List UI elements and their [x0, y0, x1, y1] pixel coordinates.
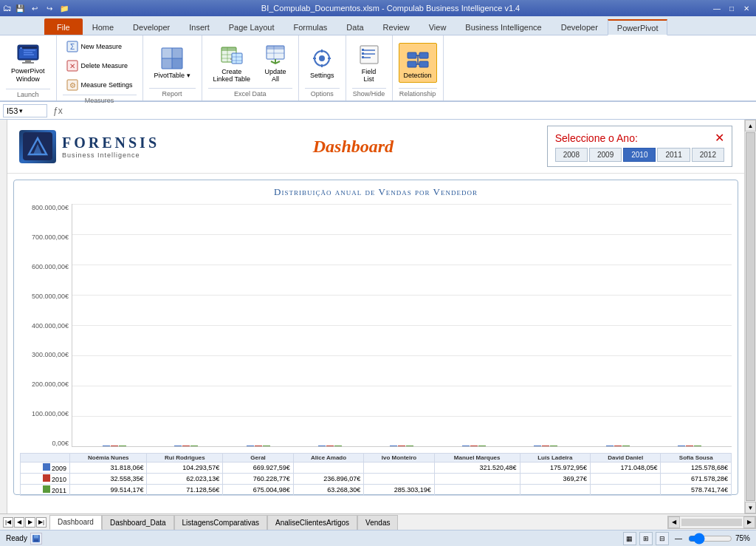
svg-rect-6	[24, 54, 34, 55]
page-break-view-btn[interactable]: ⊟	[656, 532, 669, 545]
ribbon-group-launch: PowerPivotWindow Launch	[0, 35, 57, 100]
insert-function-btn[interactable]: ƒx	[50, 106, 66, 116]
year-btn-2012[interactable]: 2012	[692, 148, 724, 162]
open-btn[interactable]: 📁	[58, 1, 71, 15]
sheet-tab-dashboard[interactable]: Dashboard	[49, 515, 102, 530]
svg-rect-53	[419, 61, 428, 67]
powerpivot-window-button[interactable]: PowerPivotWindow	[6, 38, 50, 87]
field-list-button[interactable]: FieldList	[352, 39, 386, 86]
tab-home[interactable]: Home	[83, 18, 123, 35]
bar-green-7	[622, 446, 630, 446]
scroll-down-btn[interactable]: ▼	[745, 502, 756, 513]
alice-header: Alice Amado	[293, 454, 363, 463]
redo-btn[interactable]: ↪	[43, 1, 56, 15]
formula-input[interactable]	[69, 104, 753, 117]
maximize-btn[interactable]: □	[725, 1, 738, 15]
rui-2010: 62.023,13€	[147, 474, 223, 485]
zoom-label: —	[675, 534, 682, 542]
status-text: Ready	[6, 534, 27, 542]
undo-btn[interactable]: ↩	[28, 1, 41, 15]
noemia-2010: 32.558,35€	[70, 474, 147, 485]
launch-group-label: Launch	[6, 89, 50, 98]
scroll-up-btn[interactable]: ▲	[745, 120, 756, 132]
tab-file[interactable]: File	[44, 18, 83, 35]
tab-page-layout[interactable]: Page Layout	[219, 18, 284, 35]
y-label-0: 0,00€	[52, 440, 69, 447]
scroll-thumb[interactable]	[746, 132, 755, 501]
year-btn-2011[interactable]: 2011	[657, 148, 690, 162]
spreadsheet-area: Forensis Business Intelligence Dashboard…	[7, 120, 744, 513]
bar-red-5	[470, 446, 478, 446]
cell-reference[interactable]: I53 ▾	[3, 104, 47, 117]
tab-developer[interactable]: Developer	[123, 18, 179, 35]
bar-red-2	[255, 446, 262, 446]
alice-2010: 236.896,07€	[293, 474, 363, 485]
geral-2010: 760.228,77€	[223, 474, 293, 485]
chart-data-table: Noémia Nunes Rui Rodrigues Geral Alice A…	[20, 450, 732, 496]
ivo-header: Ivo Monteiro	[364, 454, 434, 463]
year-btn-2009[interactable]: 2009	[589, 148, 622, 162]
zoom-slider[interactable]	[688, 533, 732, 545]
settings-button[interactable]: Settings	[305, 43, 340, 83]
new-measure-button[interactable]: Σ New Measure	[63, 38, 137, 55]
geral-header: Geral	[223, 454, 293, 463]
save-btn[interactable]: 💾	[13, 1, 27, 15]
geral-2011: 675.004,98€	[223, 485, 293, 496]
measure-settings-button[interactable]: ⚙ Measure Settings	[63, 77, 137, 93]
status-bar: Ready ▦ ⊞ ⊟ — 75%	[0, 530, 756, 546]
svg-rect-61	[34, 535, 38, 538]
sheet-tab-analise[interactable]: AnaliseClientesArtigos	[267, 515, 357, 530]
minimize-btn[interactable]: —	[710, 1, 724, 15]
create-linked-table-button[interactable]: CreateLinked Table	[208, 39, 255, 86]
tab-business-intelligence[interactable]: Business Intelligence	[456, 18, 551, 35]
detection-button[interactable]: Detection	[399, 43, 437, 83]
david-2010	[591, 474, 661, 485]
ribbon: PowerPivotWindow Launch Σ New Measure ✕ …	[0, 35, 756, 102]
svg-rect-8	[22, 62, 34, 64]
sheet-tab-dashboard-data[interactable]: Dashboard_Data	[102, 515, 174, 530]
tab-review[interactable]: Review	[374, 18, 419, 35]
page-layout-view-btn[interactable]: ⊞	[639, 532, 653, 545]
ribbon-group-show-hide: FieldList Show/Hide	[346, 35, 393, 100]
sheet-nav-last[interactable]: ▶|	[36, 517, 47, 528]
vertical-scrollbar[interactable]: ▲ ▼	[744, 120, 756, 513]
year-btn-2008[interactable]: 2008	[555, 148, 588, 162]
normal-view-btn[interactable]: ▦	[623, 532, 636, 545]
ivo-2011: 285.303,19€	[364, 485, 434, 496]
sheet-nav-prev[interactable]: ◀	[14, 517, 24, 528]
y-label-8: 800.000,00€	[32, 204, 69, 211]
delete-measure-button[interactable]: ✕ Delete Measure	[63, 58, 137, 74]
update-all-button[interactable]: UpdateAll	[258, 39, 292, 86]
bar-red-0	[111, 446, 118, 446]
sheet-tab-listagens[interactable]: ListagensComparativas	[174, 515, 268, 530]
horizontal-scrollbar[interactable]: ◀ ▶	[667, 516, 756, 529]
tab-view[interactable]: View	[419, 18, 456, 35]
tab-developer2[interactable]: Developer	[551, 18, 608, 35]
legend-2011: 2011	[21, 485, 70, 496]
noemia-2009: 31.818,06€	[70, 463, 147, 474]
manuel-2010	[434, 474, 520, 485]
ribbon-tab-bar: File Home Developer Insert Page Layout F…	[0, 16, 756, 35]
manuel-header: Manuel Marques	[434, 454, 520, 463]
tab-insert[interactable]: Insert	[179, 18, 219, 35]
bar-green-4	[406, 446, 413, 446]
tab-data[interactable]: Data	[337, 18, 373, 35]
year-btn-2010[interactable]: 2010	[623, 148, 656, 162]
scroll-left-btn[interactable]: ◀	[668, 516, 680, 528]
ribbon-group-excel-data: CreateLinked Table UpdateAll Excel Data	[202, 35, 299, 100]
close-btn[interactable]: ✕	[740, 1, 753, 15]
sheet-tabs: |◀ ◀ ▶ ▶| Dashboard Dashboard_Data Lista…	[0, 513, 756, 530]
sheet-tab-vendas[interactable]: Vendas	[357, 515, 398, 530]
svg-text:✕: ✕	[69, 62, 75, 70]
scroll-right-btn[interactable]: ▶	[743, 516, 755, 528]
save-status-btn[interactable]	[30, 533, 42, 545]
delete-measure-label: Delete Measure	[81, 62, 128, 69]
vendor-group-4	[366, 446, 438, 446]
alice-2011: 63.268,30€	[293, 485, 363, 496]
tab-formulas[interactable]: Formulas	[284, 18, 337, 35]
sheet-nav-next[interactable]: ▶	[25, 517, 35, 528]
pivottable-button[interactable]: PivotTable ▾	[149, 43, 196, 83]
h-scroll-thumb[interactable]	[681, 519, 742, 526]
sheet-nav-first[interactable]: |◀	[3, 517, 13, 528]
tab-powerpivot[interactable]: PowerPivot	[608, 19, 668, 35]
